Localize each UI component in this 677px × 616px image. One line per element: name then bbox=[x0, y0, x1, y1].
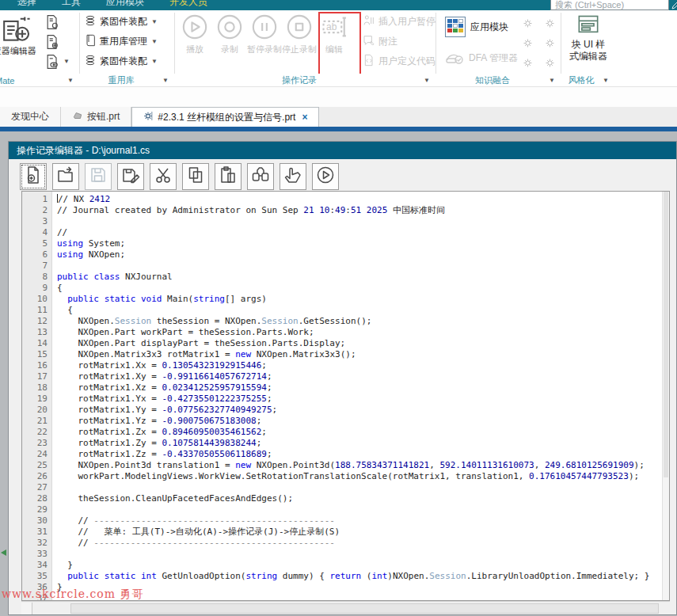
save-icon bbox=[89, 165, 108, 188]
gear-icon[interactable] bbox=[516, 53, 538, 73]
search-icon[interactable] bbox=[671, 0, 677, 10]
cut-icon bbox=[154, 165, 173, 188]
code-editor[interactable]: 1234567891011121314151617181920212223242… bbox=[21, 191, 670, 601]
code-line: // bbox=[57, 227, 662, 238]
run-icon bbox=[316, 165, 335, 188]
附注-button[interactable]: 附注 bbox=[363, 32, 435, 51]
code-line: NXOpen.Point3d translation1 = new NXOpen… bbox=[57, 460, 662, 471]
暂停录制-button[interactable]: 暂停录制 bbox=[247, 13, 282, 55]
find-icon bbox=[251, 165, 270, 188]
用户定义代码-button[interactable]: 用户定义代码 bbox=[363, 51, 435, 71]
reuse-row-label: 紧固件装配 bbox=[100, 55, 147, 68]
copy-button[interactable] bbox=[182, 163, 209, 190]
line-number: 13 bbox=[22, 327, 51, 338]
line-number: 17 bbox=[22, 371, 51, 382]
nx-application: 选择工具应用模块开发人员 搜索 (Ctrl+Space) 查器编辑器 ▼ 紧固件… bbox=[0, 0, 677, 616]
doc-gear-button[interactable] bbox=[44, 12, 70, 32]
reuse-row-button[interactable]: 重用库管理▼ bbox=[84, 32, 158, 51]
group-knowledge-fusion[interactable]: 知识融合▼ bbox=[439, 74, 557, 86]
line-number: 5 bbox=[22, 238, 51, 249]
new-file-button[interactable] bbox=[20, 163, 47, 190]
side-item-label: 插入用户暂停 bbox=[378, 15, 435, 29]
code-line: rotMatrix1.Zx = 0.89460950035461562; bbox=[57, 427, 662, 438]
open-file-button[interactable] bbox=[52, 163, 79, 190]
code-line: rotMatrix1.Xy = -0.99116614057672714; bbox=[57, 371, 662, 382]
vertical-scrollbar-thumb[interactable] bbox=[664, 192, 668, 477]
journal-window-title[interactable]: 操作记录编辑器 - D:\journal1.cs bbox=[9, 142, 676, 159]
chevron-down-icon[interactable]: ▼ bbox=[160, 77, 171, 84]
group-stylize[interactable]: 风格化▼ bbox=[562, 74, 611, 86]
paste-button[interactable] bbox=[215, 163, 242, 190]
format-button[interactable] bbox=[280, 163, 306, 190]
panel-collapse-arrow-icon[interactable] bbox=[1, 549, 6, 556]
gear-icon[interactable] bbox=[538, 53, 561, 73]
ribbon-tab-工具[interactable]: 工具 bbox=[49, 0, 93, 10]
horizontal-scrollbar-thumb[interactable] bbox=[70, 603, 659, 614]
dfa-manager-label: DFA 管理器 bbox=[469, 51, 518, 65]
new-file-icon bbox=[24, 165, 43, 188]
chevron-down-icon[interactable]: ▼ bbox=[65, 77, 76, 84]
group-mate[interactable]: Mate▼ bbox=[0, 74, 76, 86]
chevron-down-icon[interactable]: ▼ bbox=[63, 58, 70, 65]
gear-icon[interactable] bbox=[538, 33, 561, 53]
line-number: 15 bbox=[22, 349, 51, 360]
doc-eye-button[interactable]: ▼ bbox=[44, 51, 70, 71]
doc-plus-button[interactable] bbox=[44, 32, 70, 51]
tab-active-part[interactable]: #2.3.1 丝杆模组的设置与信号.prt × bbox=[131, 107, 319, 127]
reuse-row-button[interactable]: 紧固件装配▼ bbox=[84, 12, 158, 32]
停止录制-button[interactable]: 停止录制 bbox=[282, 13, 317, 55]
line-number: 26 bbox=[22, 471, 51, 482]
book-icon bbox=[84, 34, 97, 49]
line-number: 34 bbox=[22, 560, 51, 571]
reuse-row-button[interactable]: 紧固件装配▼ bbox=[84, 51, 158, 71]
dfa-manager-button[interactable]: DFA 管理器 bbox=[445, 47, 518, 69]
tab-discovery-center[interactable]: 发现中心 bbox=[0, 107, 61, 127]
horizontal-scrollbar[interactable] bbox=[21, 601, 670, 614]
close-icon[interactable]: × bbox=[302, 112, 307, 123]
chevron-down-icon[interactable]: ▼ bbox=[151, 18, 158, 25]
播放-button[interactable]: 播放 bbox=[177, 13, 212, 55]
dfa-manager-icon bbox=[445, 47, 464, 69]
line-number-gutter: 1234567891011121314151617181920212223242… bbox=[22, 192, 52, 600]
line-number: 1 bbox=[22, 194, 51, 205]
chevron-down-icon[interactable]: ▼ bbox=[546, 77, 557, 84]
run-button[interactable] bbox=[312, 163, 339, 190]
cut-button[interactable] bbox=[150, 163, 177, 190]
ribbon-tab-选择[interactable]: 选择 bbox=[5, 0, 49, 10]
block-ui-styler-label: 块 UI 样式编辑器 bbox=[568, 39, 609, 63]
inspector-editor-button[interactable] bbox=[2, 15, 32, 48]
插入用户暂停-button[interactable]: 插入用户暂停 bbox=[363, 12, 435, 32]
vertical-scrollbar[interactable] bbox=[662, 192, 669, 600]
gear-icon[interactable] bbox=[538, 13, 561, 33]
chevron-down-icon[interactable]: ▼ bbox=[600, 77, 611, 84]
command-search-input[interactable]: 搜索 (Ctrl+Space) bbox=[550, 0, 669, 10]
line-number: 4 bbox=[22, 227, 51, 238]
line-number: 6 bbox=[22, 249, 51, 260]
ribbon-lower-band bbox=[0, 87, 677, 107]
find-button[interactable] bbox=[247, 163, 274, 190]
chevron-down-icon[interactable]: ▼ bbox=[151, 38, 158, 45]
block-ui-styler-button[interactable]: 块 UI 样式编辑器 bbox=[564, 13, 613, 63]
tab-button-prt[interactable]: 按钮.prt bbox=[61, 107, 131, 127]
line-number: 12 bbox=[22, 316, 51, 327]
gear-icon[interactable] bbox=[516, 13, 538, 33]
application-module-button[interactable]: 应用模块 bbox=[445, 17, 508, 37]
format-icon bbox=[283, 165, 302, 188]
chevron-down-icon[interactable]: ▼ bbox=[421, 77, 432, 84]
gear-icon[interactable] bbox=[516, 33, 538, 53]
journal-button-label: 录制 bbox=[212, 44, 247, 55]
code-line: using NXOpen; bbox=[57, 249, 662, 260]
play-circle-icon bbox=[181, 13, 208, 40]
group-reuse-library[interactable]: 重用库▼ bbox=[82, 74, 171, 86]
chevron-down-icon[interactable]: ▼ bbox=[151, 58, 158, 65]
ribbon-tab-开发人员[interactable]: 开发人员 bbox=[157, 0, 220, 10]
reuse-library-group: 紧固件装配▼重用库管理▼紧固件装配▼ bbox=[84, 12, 158, 71]
code-line: public static int GetUnloadOption(string… bbox=[57, 571, 662, 582]
user-code-icon bbox=[363, 54, 375, 69]
录制-button[interactable]: 录制 bbox=[212, 13, 247, 55]
journal-button-label: 暂停录制 bbox=[247, 44, 282, 55]
group-journal[interactable]: 操作记录▼ bbox=[177, 74, 432, 86]
save-as-button[interactable] bbox=[117, 163, 144, 190]
code-text-area[interactable]: // NX 2412// Journal created by Administ… bbox=[52, 192, 662, 600]
ribbon-tab-应用模块[interactable]: 应用模块 bbox=[93, 0, 157, 10]
